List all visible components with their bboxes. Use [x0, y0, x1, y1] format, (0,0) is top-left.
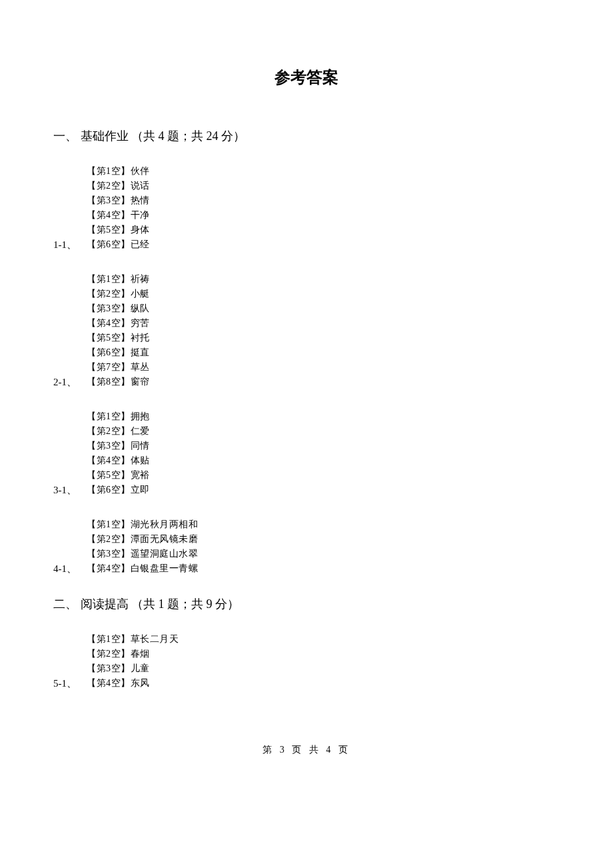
block-label: 1-1、	[53, 237, 77, 252]
blank-label: 【第4空】	[87, 210, 131, 220]
answer-list: 【第1空】草长二月天【第2空】春烟【第3空】儿童【第4空】东风	[87, 632, 560, 691]
answer-row: 【第1空】湖光秋月两相和	[87, 517, 560, 532]
page-footer: 第 3 页 共 4 页	[53, 744, 560, 756]
blank-label: 【第6空】	[87, 347, 131, 357]
section: 一、 基础作业 （共 4 题；共 24 分）【第1空】伙伴【第2空】说话【第3空…	[53, 128, 560, 576]
blank-label: 【第3空】	[87, 195, 131, 205]
answer-row: 【第2空】春烟	[87, 647, 560, 661]
answer-row: 【第8空】窗帘	[87, 375, 560, 389]
answer-list: 【第1空】湖光秋月两相和【第2空】潭面无风镜未磨【第3空】遥望洞庭山水翠【第4空…	[87, 517, 560, 576]
page-title: 参考答案	[53, 67, 560, 88]
section-heading: 二、 阅读提高 （共 1 题；共 9 分）	[53, 596, 560, 612]
answer-block: 【第1空】拥抱【第2空】仁爱【第3空】同情【第4空】体贴【第5空】宽裕【第6空】…	[53, 409, 560, 497]
answer-block: 【第1空】湖光秋月两相和【第2空】潭面无风镜未磨【第3空】遥望洞庭山水翠【第4空…	[53, 517, 560, 576]
blank-label: 【第3空】	[87, 663, 131, 673]
answer-row: 【第4空】穷苦	[87, 316, 560, 331]
blank-label: 【第5空】	[87, 333, 131, 343]
section-heading: 一、 基础作业 （共 4 题；共 24 分）	[53, 128, 560, 144]
answer-text: 纵队	[131, 303, 150, 313]
answer-text: 同情	[131, 441, 150, 451]
answer-row: 【第1空】祈祷	[87, 272, 560, 287]
answer-text: 体贴	[131, 455, 150, 465]
blank-label: 【第5空】	[87, 225, 131, 235]
answer-text: 立即	[131, 485, 150, 495]
answer-row: 【第3空】纵队	[87, 301, 560, 316]
answer-text: 伙伴	[131, 166, 150, 176]
blank-label: 【第5空】	[87, 470, 131, 480]
answer-text: 说话	[131, 181, 150, 191]
answer-row: 【第1空】伙伴	[87, 164, 560, 179]
answer-row: 【第3空】同情	[87, 439, 560, 453]
blank-label: 【第2空】	[87, 289, 131, 299]
answer-text: 穷苦	[131, 318, 150, 328]
page-container: 参考答案 一、 基础作业 （共 4 题；共 24 分）【第1空】伙伴【第2空】说…	[0, 0, 613, 783]
answer-row: 【第6空】挺直	[87, 345, 560, 360]
answer-row: 【第6空】已经	[87, 237, 560, 252]
answer-row: 【第2空】仁爱	[87, 424, 560, 439]
blank-label: 【第2空】	[87, 426, 131, 436]
answer-text: 宽裕	[131, 470, 150, 480]
blank-label: 【第8空】	[87, 377, 131, 387]
answer-text: 干净	[131, 210, 150, 220]
blank-label: 【第4空】	[87, 563, 131, 573]
blank-label: 【第6空】	[87, 485, 131, 495]
answer-row: 【第7空】草丛	[87, 360, 560, 375]
block-label: 3-1、	[53, 483, 77, 497]
answer-row: 【第5空】宽裕	[87, 468, 560, 483]
blank-label: 【第6空】	[87, 239, 131, 249]
answer-text: 春烟	[131, 649, 150, 659]
block-label: 4-1、	[53, 561, 77, 576]
answer-text: 热情	[131, 195, 150, 205]
answer-row: 【第1空】草长二月天	[87, 632, 560, 647]
blank-label: 【第7空】	[87, 362, 131, 372]
answer-row: 【第5空】身体	[87, 223, 560, 237]
blank-label: 【第2空】	[87, 534, 131, 544]
blank-label: 【第1空】	[87, 274, 131, 284]
blank-label: 【第1空】	[87, 519, 131, 529]
answer-row: 【第2空】潭面无风镜未磨	[87, 532, 560, 547]
answer-text: 遥望洞庭山水翠	[131, 549, 199, 559]
blank-label: 【第1空】	[87, 411, 131, 421]
answer-row: 【第3空】儿童	[87, 661, 560, 676]
blank-label: 【第2空】	[87, 649, 131, 659]
block-label: 2-1、	[53, 375, 77, 389]
blank-label: 【第4空】	[87, 678, 131, 688]
answer-text: 儿童	[131, 663, 150, 673]
blank-label: 【第1空】	[87, 166, 131, 176]
answer-block: 【第1空】祈祷【第2空】小艇【第3空】纵队【第4空】穷苦【第5空】衬托【第6空】…	[53, 272, 560, 389]
answer-block: 【第1空】伙伴【第2空】说话【第3空】热情【第4空】干净【第5空】身体【第6空】…	[53, 164, 560, 252]
answer-text: 湖光秋月两相和	[131, 519, 199, 529]
answer-row: 【第2空】小艇	[87, 287, 560, 301]
blank-label: 【第1空】	[87, 634, 131, 644]
answer-row: 【第4空】干净	[87, 208, 560, 223]
section: 二、 阅读提高 （共 1 题；共 9 分）【第1空】草长二月天【第2空】春烟【第…	[53, 596, 560, 691]
answer-text: 挺直	[131, 347, 150, 357]
answer-row: 【第2空】说话	[87, 179, 560, 193]
answer-block: 【第1空】草长二月天【第2空】春烟【第3空】儿童【第4空】东风5-1、	[53, 632, 560, 691]
blank-label: 【第3空】	[87, 303, 131, 313]
answer-list: 【第1空】祈祷【第2空】小艇【第3空】纵队【第4空】穷苦【第5空】衬托【第6空】…	[87, 272, 560, 389]
answer-text: 拥抱	[131, 411, 150, 421]
blank-label: 【第2空】	[87, 181, 131, 191]
answer-row: 【第1空】拥抱	[87, 409, 560, 424]
answer-list: 【第1空】拥抱【第2空】仁爱【第3空】同情【第4空】体贴【第5空】宽裕【第6空】…	[87, 409, 560, 497]
answer-text: 小艇	[131, 289, 150, 299]
answer-text: 衬托	[131, 333, 150, 343]
blank-label: 【第4空】	[87, 318, 131, 328]
answer-text: 已经	[131, 239, 150, 249]
answer-text: 草长二月天	[131, 634, 179, 644]
answer-row: 【第6空】立即	[87, 483, 560, 497]
answer-text: 仁爱	[131, 426, 150, 436]
answer-text: 草丛	[131, 362, 150, 372]
answer-text: 潭面无风镜未磨	[131, 534, 199, 544]
answer-text: 东风	[131, 678, 150, 688]
answer-text: 窗帘	[131, 377, 150, 387]
sections-container: 一、 基础作业 （共 4 题；共 24 分）【第1空】伙伴【第2空】说话【第3空…	[53, 128, 560, 691]
answer-text: 身体	[131, 225, 150, 235]
blank-label: 【第3空】	[87, 549, 131, 559]
answer-row: 【第3空】遥望洞庭山水翠	[87, 547, 560, 561]
answer-row: 【第4空】体贴	[87, 453, 560, 468]
answer-text: 祈祷	[131, 274, 150, 284]
answer-text: 白银盘里一青螺	[131, 563, 199, 573]
answer-row: 【第4空】白银盘里一青螺	[87, 561, 560, 576]
